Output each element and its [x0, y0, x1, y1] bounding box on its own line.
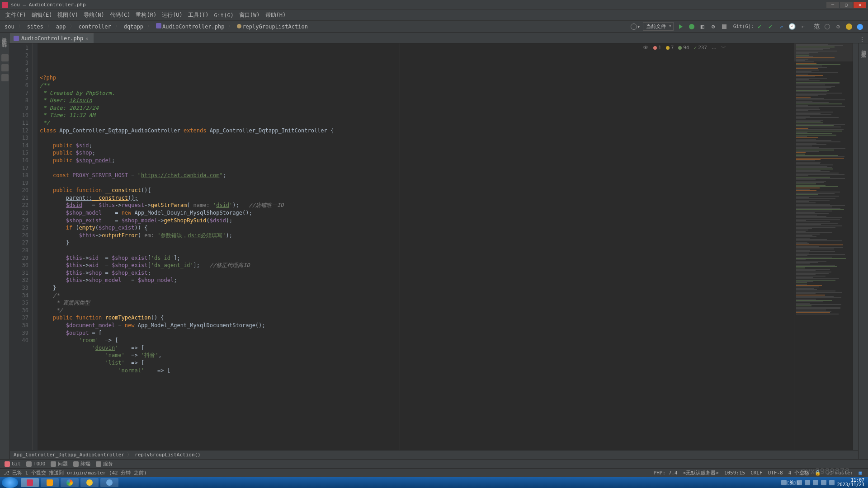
tool-tab[interactable]: 服务: [96, 460, 113, 467]
code-line[interactable]: /**: [40, 82, 794, 89]
breadcrumb-item[interactable]: controller: [77, 23, 113, 31]
git-history-button[interactable]: 🕘: [787, 22, 797, 31]
code-line[interactable]: $document_model = new App_Model_Agent_My…: [40, 322, 794, 329]
tray-net-icon[interactable]: [805, 480, 810, 485]
tray-sync-icon[interactable]: [813, 480, 818, 485]
menu-item[interactable]: 窗口(W): [236, 10, 263, 20]
inspection-eye-icon[interactable]: 👁: [643, 44, 649, 52]
breadcrumb-item[interactable]: app: [54, 23, 68, 31]
weak-warning-count[interactable]: 94: [678, 44, 689, 52]
close-button[interactable]: ✕: [854, 2, 866, 8]
code-line[interactable]: $this->aid = $shop_exist['ds_agent_id'];…: [40, 262, 794, 269]
code-line[interactable]: $this->outputError( em: '参数错误，dsid必须填写')…: [40, 232, 794, 239]
coverage-button[interactable]: ◧: [697, 22, 708, 31]
code-line[interactable]: $shop_exist = $shop_model->getShopBySuid…: [40, 217, 794, 225]
code-line[interactable]: [40, 179, 794, 187]
status-php[interactable]: PHP: 7.4: [651, 470, 680, 476]
menu-item[interactable]: 帮助(H): [263, 10, 289, 20]
fold-gutter[interactable]: [33, 43, 38, 450]
status-encoding[interactable]: UTF-8: [765, 470, 786, 476]
tray-icon[interactable]: [781, 480, 787, 485]
git-push-button[interactable]: ↗: [776, 22, 787, 31]
code-area[interactable]: 👁 1 7 94 ✓237 ︿ ﹀ <?php/** * Created by …: [38, 43, 794, 450]
code-line[interactable]: /*: [40, 292, 794, 300]
code-line[interactable]: 'name' => '抖音',: [40, 352, 794, 359]
windows-taskbar[interactable]: 英 11:07 2023/11/23: [0, 477, 868, 488]
tab-close-icon[interactable]: ×: [85, 36, 90, 41]
code-line[interactable]: */: [40, 119, 794, 127]
editor-tab[interactable]: AudioController.php ×: [10, 33, 94, 43]
menu-item[interactable]: 视图(V): [55, 10, 81, 20]
error-count[interactable]: 1: [653, 44, 661, 52]
inspection-down-icon[interactable]: ﹀: [721, 44, 726, 52]
code-line[interactable]: * Time: 11:32 AM: [40, 112, 794, 119]
task-app-1[interactable]: [80, 478, 99, 487]
code-minimap[interactable]: [794, 43, 853, 450]
menu-item[interactable]: Git(G): [212, 10, 236, 20]
tool-tab[interactable]: TODO: [26, 461, 46, 467]
task-phpstorm[interactable]: [21, 478, 39, 487]
run-config-combo[interactable]: 当前文件: [643, 22, 674, 31]
menu-item[interactable]: 编辑(E): [29, 10, 55, 20]
code-line[interactable]: class App_Controller_Dqtapp_AudioControl…: [40, 127, 794, 135]
code-line[interactable]: 'room' => [: [40, 337, 794, 344]
help-button[interactable]: [844, 22, 854, 31]
breadcrumb-item[interactable]: sites: [25, 23, 45, 31]
code-line[interactable]: [40, 134, 794, 142]
code-line[interactable]: }: [40, 284, 794, 292]
status-vcs-icon[interactable]: ⎇: [4, 470, 9, 476]
code-line[interactable]: public function roomTypeAction() {: [40, 314, 794, 322]
tray-sound-icon[interactable]: [821, 480, 826, 485]
code-line[interactable]: public $sid;: [40, 142, 794, 150]
code-line[interactable]: $this->shop_model = $shop_model;: [40, 277, 794, 284]
code-line[interactable]: 'normal' => [: [40, 367, 794, 375]
typo-count[interactable]: ✓237: [694, 44, 708, 52]
breadcrumb-item[interactable]: AudioController.php: [154, 22, 226, 31]
editor-crumb[interactable]: replyGroupListAction(): [135, 452, 201, 458]
breadcrumb-item[interactable]: dqtapp: [122, 23, 145, 31]
code-line[interactable]: const PROXY_SERVER_HOST = "https://chat.…: [40, 172, 794, 179]
tool-tab[interactable]: 问题: [51, 460, 68, 467]
code-line[interactable]: 'douyin' => [: [40, 344, 794, 352]
code-line[interactable]: }: [40, 239, 794, 247]
editor-structure-breadcrumb[interactable]: App_Controller_Dqtapp_AudioController〉re…: [10, 450, 858, 459]
code-editor[interactable]: 1234567891011121314151617181920212223242…: [10, 43, 858, 450]
inspection-up-icon[interactable]: ︿: [712, 44, 717, 52]
code-line[interactable]: public function __construct(){: [40, 187, 794, 194]
warning-count[interactable]: 7: [666, 44, 674, 52]
menu-item[interactable]: 重构(R): [133, 10, 159, 20]
tool-tab[interactable]: 终端: [73, 460, 90, 467]
code-line[interactable]: parent::__construct();: [40, 194, 794, 202]
code-line[interactable]: public $shop_model;: [40, 157, 794, 164]
task-chrome[interactable]: [61, 478, 79, 487]
breadcrumb-item[interactable]: sou: [3, 23, 16, 31]
settings-button[interactable]: ⚙: [833, 22, 844, 31]
code-line[interactable]: [40, 164, 794, 172]
tool-tab[interactable]: Git: [5, 461, 21, 467]
editor-crumb[interactable]: App_Controller_Dqtapp_AudioController: [14, 452, 124, 458]
run-button[interactable]: [675, 22, 686, 31]
stop-button[interactable]: [719, 22, 730, 31]
status-line-ending[interactable]: CRLF: [748, 470, 765, 476]
user-icon[interactable]: ▾: [630, 22, 641, 31]
menu-item[interactable]: 工具(T): [185, 10, 212, 20]
task-app-2[interactable]: [100, 478, 118, 487]
status-server[interactable]: <无默认服务器>: [680, 469, 722, 476]
status-more-icon[interactable]: ▦: [856, 470, 864, 476]
code-line[interactable]: if (empty($shop_exist)) {: [40, 224, 794, 232]
vertical-scrollbar[interactable]: [853, 43, 858, 450]
menu-item[interactable]: 运行(U): [159, 10, 185, 20]
profile-button[interactable]: ⚙: [708, 22, 719, 31]
code-line[interactable]: * Date: 2021/2/24: [40, 104, 794, 112]
task-sublime[interactable]: [41, 478, 59, 487]
tray-network-icon[interactable]: [829, 480, 835, 485]
code-line[interactable]: $this->shop = $shop_exist;: [40, 269, 794, 277]
taskbar-clock[interactable]: 11:07 2023/11/23: [837, 478, 864, 487]
breadcrumb-item[interactable]: replyGroupListAction: [235, 23, 310, 31]
git-commit-button[interactable]: ✔: [765, 22, 776, 31]
left-tool-icon[interactable]: [1, 64, 9, 71]
code-line[interactable]: [40, 247, 794, 254]
ai-button[interactable]: 范: [811, 22, 822, 31]
menu-item[interactable]: 导航(N): [81, 10, 107, 20]
code-line[interactable]: <?php: [40, 74, 794, 82]
